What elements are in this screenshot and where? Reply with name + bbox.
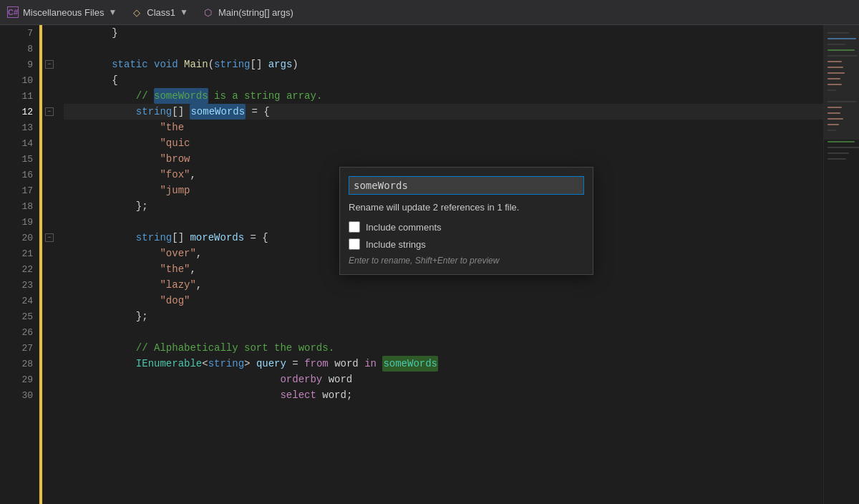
rename-popup: Rename will update 2 references in 1 fil…	[339, 167, 593, 275]
line-num-30: 30	[0, 387, 39, 403]
code-line-15: "brow	[64, 151, 823, 167]
line-num-26: 26	[0, 324, 39, 340]
line-num-20: 20	[0, 230, 39, 246]
code-line-27: // Alphabetically sort the words.	[64, 340, 823, 356]
rename-input[interactable]	[349, 176, 584, 195]
line-numbers-gutter: 7 8 9 10 11 12 13 14 15 16 17 18 19 20 2…	[0, 25, 39, 504]
fold-10	[42, 72, 57, 88]
minimap[interactable]	[823, 25, 859, 504]
line-num-12: 12	[0, 104, 39, 120]
svg-rect-9	[828, 84, 842, 85]
class-name: Class1	[147, 7, 175, 18]
fold-30	[42, 387, 57, 403]
code-line-7: }	[64, 25, 823, 41]
fold-19	[42, 214, 57, 230]
class-selector[interactable]: ◇ Class1 ▼	[131, 6, 188, 18]
rename-hint: Enter to rename, Shift+Enter to preview	[349, 256, 584, 266]
code-line-30: select word;	[64, 387, 823, 403]
method-selector[interactable]: ⬡ Main(string[] args)	[203, 6, 293, 18]
code-line-25: };	[64, 309, 823, 324]
include-comments-option[interactable]: Include comments	[349, 221, 584, 233]
fold-7	[42, 25, 57, 41]
fold-25	[42, 309, 57, 324]
class-icon: ◇	[131, 6, 142, 18]
line-num-28: 28	[0, 356, 39, 372]
file-selector[interactable]: C# Miscellaneous Files ▼	[7, 6, 117, 18]
svg-rect-12	[828, 107, 842, 108]
method-icon: ⬡	[203, 6, 214, 18]
title-bar: C# Miscellaneous Files ▼ ◇ Class1 ▼ ⬡ Ma…	[0, 0, 859, 25]
fold-9[interactable]: −	[42, 57, 57, 72]
fold-12[interactable]: −	[42, 104, 57, 120]
dropdown-arrow-1[interactable]: ▼	[108, 7, 117, 17]
line-num-22: 22	[0, 261, 39, 277]
svg-rect-3	[828, 49, 855, 51]
svg-rect-13	[828, 112, 840, 114]
code-line-13: "the	[64, 120, 823, 135]
fold-8	[42, 41, 57, 57]
fold-11	[42, 88, 57, 104]
svg-rect-6	[828, 67, 843, 68]
fold-13	[42, 120, 57, 135]
include-strings-option[interactable]: Include strings	[349, 238, 584, 250]
svg-rect-17	[828, 141, 855, 142]
code-line-26	[64, 324, 823, 340]
code-line-24: "dog"	[64, 293, 823, 309]
svg-rect-5	[828, 61, 842, 62]
svg-rect-14	[828, 118, 843, 120]
fold-22	[42, 261, 57, 277]
fold-24	[42, 293, 57, 309]
code-line-8	[64, 41, 823, 57]
code-area[interactable]: } static void Main ( string [] args )	[57, 25, 823, 504]
fold-26	[42, 324, 57, 340]
method-name: Main(string[] args)	[218, 7, 293, 18]
line-num-19: 19	[0, 214, 39, 230]
line-num-25: 25	[0, 309, 39, 324]
line-num-11: 11	[0, 88, 39, 104]
svg-rect-8	[828, 78, 840, 79]
line-num-7: 7	[0, 25, 39, 41]
fold-18	[42, 198, 57, 214]
editor-container: 7 8 9 10 11 12 13 14 15 16 17 18 19 20 2…	[0, 25, 859, 504]
include-strings-label: Include strings	[366, 239, 426, 250]
svg-rect-15	[828, 124, 839, 125]
code-line-12: string [] someWords = {	[64, 104, 823, 120]
svg-rect-10	[828, 89, 836, 91]
svg-rect-20	[828, 158, 846, 160]
svg-rect-0	[828, 32, 849, 34]
code-line-14: "quic	[64, 135, 823, 151]
line-num-18: 18	[0, 198, 39, 214]
line-num-13: 13	[0, 120, 39, 135]
line-num-17: 17	[0, 183, 39, 198]
fold-15	[42, 151, 57, 167]
code-line-28: IEnumerable < string > query = from word…	[64, 356, 823, 372]
fold-btn-12[interactable]: −	[45, 107, 54, 116]
fold-area: − − −	[42, 25, 57, 504]
rename-info: Rename will update 2 references in 1 fil…	[349, 202, 584, 213]
code-line-10: {	[64, 72, 823, 88]
svg-rect-1	[828, 38, 856, 39]
fold-21	[42, 246, 57, 261]
line-num-23: 23	[0, 277, 39, 293]
fold-btn-20[interactable]: −	[45, 233, 54, 242]
fold-27	[42, 340, 57, 356]
svg-rect-7	[828, 72, 845, 74]
include-strings-checkbox[interactable]	[349, 238, 360, 250]
code-line-23: "lazy" ,	[64, 277, 823, 293]
line-num-24: 24	[0, 293, 39, 309]
line-num-9: 9	[0, 57, 39, 72]
fold-20[interactable]: −	[42, 230, 57, 246]
fold-btn-9[interactable]: −	[45, 60, 54, 69]
line-num-14: 14	[0, 135, 39, 151]
code-line-9: static void Main ( string [] args )	[64, 57, 823, 72]
svg-rect-2	[828, 44, 845, 45]
csharp-icon: C#	[7, 6, 19, 18]
dropdown-arrow-2[interactable]: ▼	[180, 7, 188, 17]
include-comments-checkbox[interactable]	[349, 221, 360, 233]
line-num-15: 15	[0, 151, 39, 167]
svg-rect-4	[828, 55, 858, 57]
fold-23	[42, 277, 57, 293]
include-comments-label: Include comments	[366, 222, 442, 233]
line-num-21: 21	[0, 246, 39, 261]
fold-28	[42, 356, 57, 372]
